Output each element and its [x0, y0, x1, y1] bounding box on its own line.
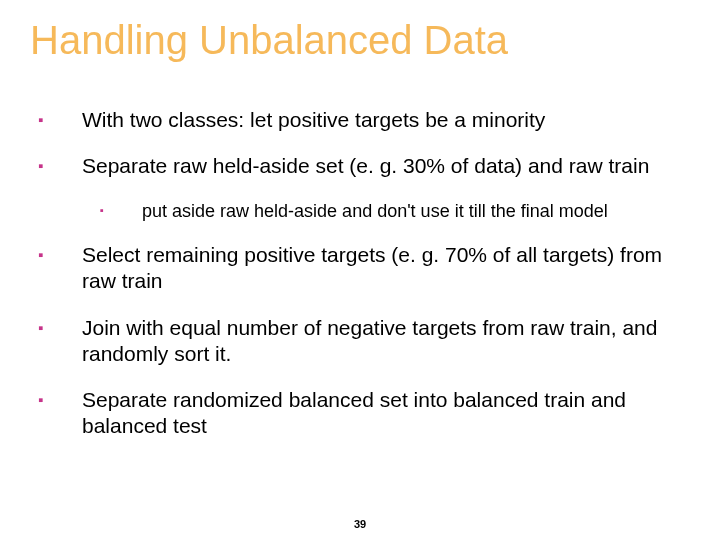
list-item: ▪ Select remaining positive targets (e. … [38, 242, 690, 295]
slide-title: Handling Unbalanced Data [30, 18, 690, 62]
page-number: 39 [0, 518, 720, 530]
list-subitem-text: put aside raw held-aside and don't use i… [142, 200, 690, 223]
list-item-text: With two classes: let positive targets b… [82, 107, 690, 133]
bullet-icon: ▪ [38, 315, 82, 338]
list-item-text: Join with equal number of negative targe… [82, 315, 690, 368]
list-item-text: Separate randomized balanced set into ba… [82, 387, 690, 440]
bullet-icon: ▪ [38, 242, 82, 265]
bullet-icon: ▪ [38, 387, 82, 410]
list-item: ▪ Join with equal number of negative tar… [38, 315, 690, 368]
list-item: ▪ Separate raw held-aside set (e. g. 30%… [38, 153, 690, 179]
bullet-icon: ▪ [38, 107, 82, 130]
list-item: ▪ Separate randomized balanced set into … [38, 387, 690, 440]
list-item-text: Select remaining positive targets (e. g.… [82, 242, 690, 295]
slide: Handling Unbalanced Data ▪ With two clas… [0, 0, 720, 540]
list-subitem: ▪ put aside raw held-aside and don't use… [100, 200, 690, 223]
list-item: ▪ With two classes: let positive targets… [38, 107, 690, 133]
bullet-icon: ▪ [100, 200, 142, 218]
bullet-icon: ▪ [38, 153, 82, 176]
list-item-text: Separate raw held-aside set (e. g. 30% o… [82, 153, 690, 179]
